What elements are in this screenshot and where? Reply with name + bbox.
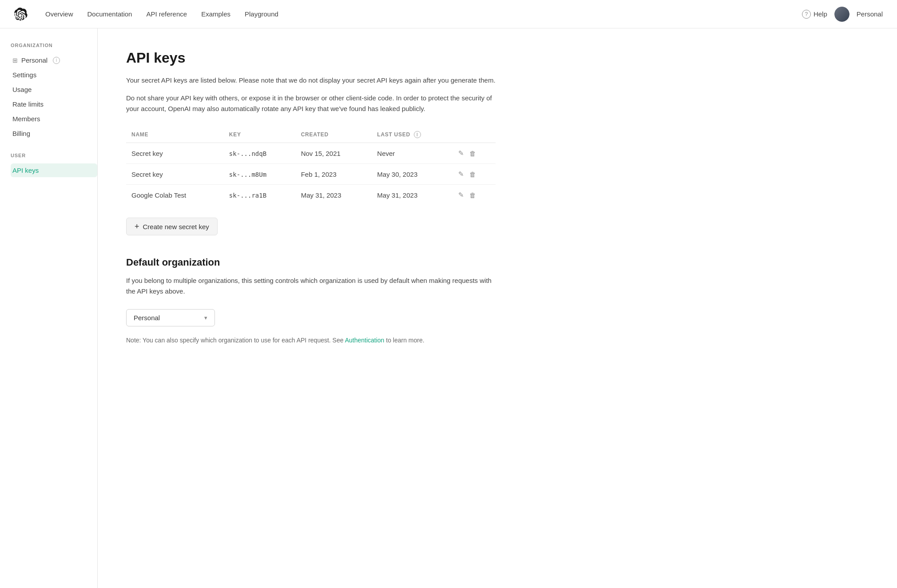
delete-icon-1[interactable]: 🗑 — [469, 171, 476, 178]
key-actions-1: ✎ 🗑 — [453, 164, 496, 185]
key-last-used-2: May 31, 2023 — [372, 185, 453, 206]
nav-right: ? Help Personal — [802, 7, 883, 22]
usage-label: Usage — [12, 86, 32, 93]
nav-playground[interactable]: Playground — [245, 10, 278, 18]
key-value-1: sk-...m8Um — [224, 164, 296, 185]
key-actions-2: ✎ 🗑 — [453, 185, 496, 206]
sidebar-personal-label: Personal — [21, 56, 48, 64]
nav-api-reference[interactable]: API reference — [146, 10, 187, 18]
briefcase-icon: ⊞ — [12, 57, 18, 64]
nav-documentation[interactable]: Documentation — [87, 10, 132, 18]
note-text-1: Note: You can also specify which organiz… — [126, 337, 345, 344]
delete-icon-2[interactable]: 🗑 — [469, 191, 476, 199]
help-label: Help — [814, 10, 827, 18]
key-name-1: Secret key — [126, 164, 224, 185]
sidebar-item-billing[interactable]: Billing — [11, 127, 97, 140]
description-2: Do not share your API key with others, o… — [126, 93, 496, 114]
plus-icon: + — [135, 222, 139, 230]
col-created: CREATED — [296, 127, 372, 143]
col-actions — [453, 127, 496, 143]
edit-icon-0[interactable]: ✎ — [458, 149, 464, 157]
table-row: Secret key sk-...m8Um Feb 1, 2023 May 30… — [126, 164, 496, 185]
org-select-value: Personal — [134, 314, 160, 322]
avatar-image — [834, 7, 849, 22]
sidebar: ORGANIZATION ⊞ Personal i Settings Usage… — [0, 28, 98, 588]
col-last-used: LAST USED i — [372, 127, 453, 143]
info-icon[interactable]: i — [53, 57, 60, 64]
key-created-0: Nov 15, 2021 — [296, 143, 372, 164]
table-row: Secret key sk-...ndqB Nov 15, 2021 Never… — [126, 143, 496, 164]
key-name-0: Secret key — [126, 143, 224, 164]
top-navigation: Overview Documentation API reference Exa… — [0, 0, 897, 28]
note-text: Note: You can also specify which organiz… — [126, 335, 496, 345]
main-content: API keys Your secret API keys are listed… — [98, 28, 524, 588]
rate-limits-label: Rate limits — [12, 100, 44, 108]
sidebar-item-settings[interactable]: Settings — [11, 68, 97, 82]
logo[interactable] — [14, 8, 28, 21]
edit-icon-1[interactable]: ✎ — [458, 170, 464, 178]
nav-links: Overview Documentation API reference Exa… — [45, 10, 802, 18]
org-select[interactable]: Personal ▾ — [126, 309, 215, 326]
default-org-title: Default organization — [126, 257, 496, 268]
user-section-label: USER — [11, 153, 97, 158]
help-button[interactable]: ? Help — [802, 10, 827, 19]
page-layout: ORGANIZATION ⊞ Personal i Settings Usage… — [0, 28, 897, 588]
chevron-down-icon: ▾ — [204, 314, 207, 321]
create-secret-key-button[interactable]: + Create new secret key — [126, 218, 218, 235]
page-title: API keys — [126, 50, 496, 66]
edit-icon-2[interactable]: ✎ — [458, 191, 464, 199]
table-row: Google Colab Test sk-...ra1B May 31, 202… — [126, 185, 496, 206]
api-keys-table: NAME KEY CREATED LAST USED i Secret key … — [126, 127, 496, 205]
api-keys-label: API keys — [12, 167, 39, 174]
sidebar-item-api-keys[interactable]: API keys — [11, 163, 97, 177]
sidebar-item-personal[interactable]: ⊞ Personal i — [11, 53, 97, 67]
user-label[interactable]: Personal — [857, 10, 883, 18]
authentication-link[interactable]: Authentication — [345, 337, 385, 344]
key-name-2: Google Colab Test — [126, 185, 224, 206]
nav-overview[interactable]: Overview — [45, 10, 73, 18]
help-circle-icon: ? — [802, 10, 811, 19]
key-created-2: May 31, 2023 — [296, 185, 372, 206]
org-section-label: ORGANIZATION — [11, 43, 97, 48]
default-org-desc: If you belong to multiple organizations,… — [126, 275, 496, 297]
sidebar-item-members[interactable]: Members — [11, 112, 97, 126]
note-text-2: to learn more. — [384, 337, 424, 344]
key-last-used-0: Never — [372, 143, 453, 164]
col-name: NAME — [126, 127, 224, 143]
key-created-1: Feb 1, 2023 — [296, 164, 372, 185]
key-value-0: sk-...ndqB — [224, 143, 296, 164]
sidebar-item-rate-limits[interactable]: Rate limits — [11, 97, 97, 111]
settings-label: Settings — [12, 71, 36, 79]
last-used-info-icon[interactable]: i — [414, 131, 421, 138]
nav-examples[interactable]: Examples — [201, 10, 230, 18]
avatar[interactable] — [834, 7, 849, 22]
create-button-label: Create new secret key — [143, 223, 209, 230]
key-actions-0: ✎ 🗑 — [453, 143, 496, 164]
col-key: KEY — [224, 127, 296, 143]
sidebar-item-usage[interactable]: Usage — [11, 83, 97, 96]
members-label: Members — [12, 115, 40, 123]
billing-label: Billing — [12, 130, 30, 137]
key-value-2: sk-...ra1B — [224, 185, 296, 206]
delete-icon-0[interactable]: 🗑 — [469, 150, 476, 157]
description-1: Your secret API keys are listed below. P… — [126, 75, 496, 86]
key-last-used-1: May 30, 2023 — [372, 164, 453, 185]
